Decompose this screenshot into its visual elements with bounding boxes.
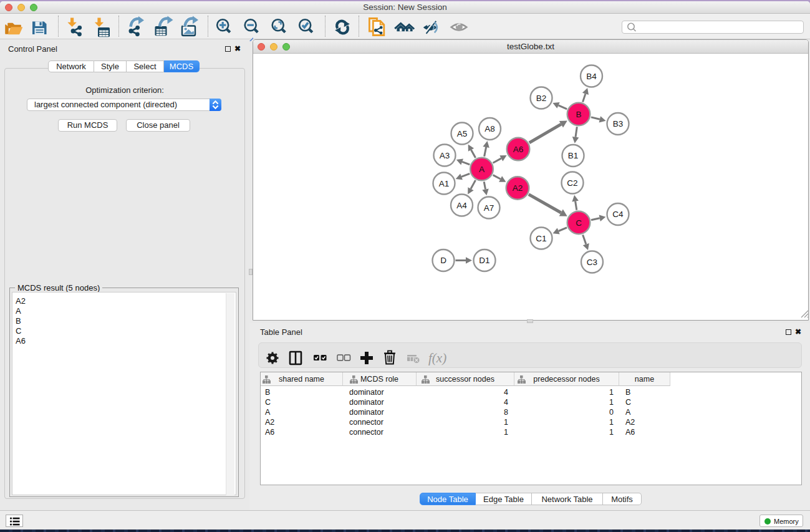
svg-text:A4: A4 — [456, 201, 467, 210]
svg-text:A7: A7 — [484, 203, 494, 213]
svg-text:A8: A8 — [485, 124, 495, 133]
svg-text:B4: B4 — [586, 72, 597, 81]
svg-text:D1: D1 — [479, 256, 489, 265]
svg-text:B3: B3 — [613, 119, 624, 128]
svg-text:A5: A5 — [457, 129, 468, 138]
svg-text:B2: B2 — [536, 94, 547, 103]
svg-text:A2: A2 — [513, 183, 523, 193]
svg-text:C: C — [576, 218, 582, 228]
svg-text:C2: C2 — [567, 178, 577, 188]
svg-text:C3: C3 — [587, 258, 597, 267]
svg-text:C1: C1 — [536, 234, 546, 243]
svg-text:B: B — [576, 110, 581, 119]
svg-text:C4: C4 — [612, 210, 624, 219]
svg-text:B1: B1 — [568, 151, 579, 160]
svg-text:A3: A3 — [440, 151, 450, 160]
svg-text:D: D — [440, 256, 446, 265]
svg-text:A1: A1 — [439, 179, 450, 188]
svg-text:f(x): f(x) — [428, 351, 446, 365]
svg-text:A6: A6 — [513, 145, 524, 154]
svg-text:A: A — [479, 165, 485, 174]
